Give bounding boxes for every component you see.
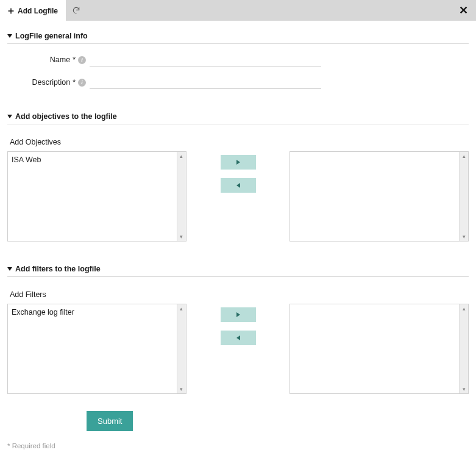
filters-available-listbox[interactable]: Exchange log filter ▴ ▾ (7, 304, 186, 394)
description-label: Description (32, 78, 71, 87)
caret-down-icon (7, 267, 12, 271)
scroll-down-icon: ▾ (460, 232, 468, 241)
chevron-right-icon (236, 312, 240, 317)
scrollbar[interactable]: ▴ ▾ (177, 304, 186, 393)
plus-icon (7, 7, 15, 15)
section-title: Add filters to the logfile (15, 265, 101, 273)
tab-label: Add Logfile (18, 7, 58, 15)
move-right-button[interactable] (221, 155, 256, 170)
list-item[interactable]: Exchange log filter (12, 307, 173, 318)
refresh-button[interactable] (66, 0, 87, 21)
close-icon: ✕ (459, 4, 468, 17)
description-input[interactable] (90, 76, 321, 89)
objectives-available-listbox[interactable]: ISA Web ▴ ▾ (7, 151, 186, 242)
caret-down-icon (7, 115, 12, 118)
top-bar: Add Logfile ✕ (0, 0, 476, 21)
scroll-up-icon: ▴ (460, 304, 468, 313)
refresh-icon (72, 6, 80, 15)
objectives-label: Add Objectives (10, 138, 469, 146)
list-item[interactable]: ISA Web (12, 154, 173, 165)
required-field-footnote: * Required field (7, 442, 469, 449)
scroll-down-icon: ▾ (177, 385, 186, 393)
content-area: LogFile general info Name * i Descriptio… (0, 21, 476, 457)
filters-label: Add Filters (10, 290, 469, 299)
move-left-button[interactable] (221, 331, 256, 345)
scroll-up-icon: ▴ (177, 152, 186, 160)
scrollbar[interactable]: ▴ ▾ (177, 152, 186, 241)
filters-transfer-buttons (186, 304, 290, 345)
name-label: Name (50, 55, 70, 64)
required-marker: * (73, 78, 76, 87)
chevron-right-icon (236, 160, 240, 165)
info-icon[interactable]: i (78, 56, 86, 64)
description-label-wrap: Description * i (7, 78, 90, 87)
section-title: Add objectives to the logfile (15, 112, 117, 121)
filters-selected-listbox[interactable]: ▴ ▾ (290, 304, 469, 394)
scrollbar[interactable]: ▴ ▾ (459, 304, 468, 393)
filters-dual-list: Exchange log filter ▴ ▾ ▴ ▾ (7, 304, 469, 394)
scroll-up-icon: ▴ (460, 152, 468, 160)
name-label-wrap: Name * i (7, 55, 90, 64)
submit-button[interactable]: Submit (87, 411, 133, 431)
name-input[interactable] (90, 53, 321, 66)
scroll-down-icon: ▾ (460, 385, 468, 393)
objectives-transfer-buttons (186, 151, 290, 193)
scrollbar[interactable]: ▴ ▾ (459, 152, 468, 241)
chevron-left-icon (236, 335, 240, 340)
form-row-description: Description * i (7, 76, 469, 89)
caret-down-icon (7, 34, 12, 38)
form-row-name: Name * i (7, 53, 469, 66)
objectives-selected-listbox[interactable]: ▴ ▾ (290, 151, 469, 242)
objectives-dual-list: ISA Web ▴ ▾ ▴ ▾ (7, 151, 469, 242)
scroll-down-icon: ▾ (177, 232, 186, 241)
scroll-up-icon: ▴ (177, 304, 186, 313)
tab-add-logfile[interactable]: Add Logfile (0, 0, 66, 21)
chevron-left-icon (236, 183, 240, 188)
section-header-objectives[interactable]: Add objectives to the logfile (7, 106, 469, 124)
submit-row: Submit (7, 411, 469, 431)
close-button[interactable]: ✕ (454, 0, 472, 21)
section-title: LogFile general info (15, 32, 88, 40)
move-left-button[interactable] (221, 178, 256, 193)
section-header-general[interactable]: LogFile general info (7, 26, 469, 44)
required-marker: * (73, 55, 76, 64)
info-icon[interactable]: i (78, 79, 86, 87)
section-header-filters[interactable]: Add filters to the logfile (7, 259, 469, 277)
move-right-button[interactable] (221, 307, 256, 322)
